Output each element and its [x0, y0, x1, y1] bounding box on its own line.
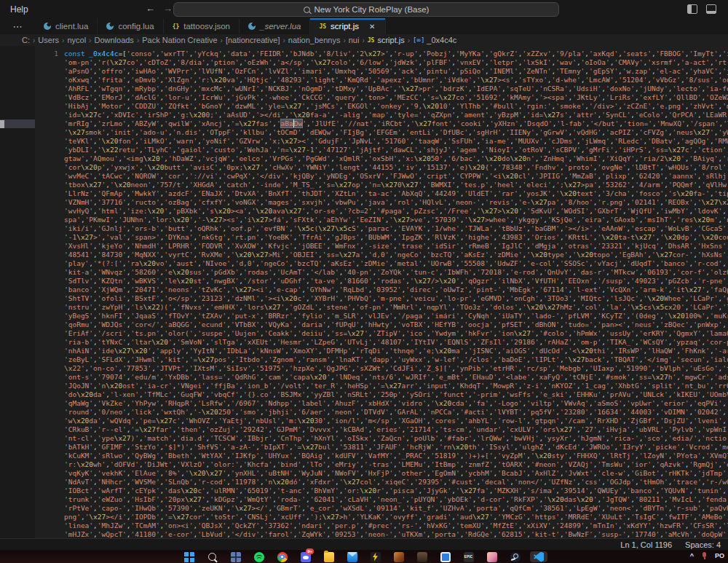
tab-tattoosv-json[interactable]: {} tattoosv.json	[164, 18, 240, 34]
code-line[interactable]: 'trunk','eWZuo','HsIbF','20px\x27','kDGp…	[64, 495, 728, 504]
code-line[interactable]: spa','PKmwI','JUNhn','lor:\x20','-\x27><…	[64, 216, 728, 224]
taskbar-mail[interactable]	[347, 551, 357, 562]
code-line[interactable]: 'vqKyK','vekhK','ElAue','8%','\x20\x27',…	[64, 469, 728, 478]
code-line[interactable]: 'id=\x27c','xDVIc','irShP','g:\x200;','a…	[64, 111, 728, 119]
code-line[interactable]: 'rPtVe','capo-','IHwQb','57390','zeUKN',…	[64, 504, 728, 513]
code-line[interactable]: 'IOBct','wArfT','cEYpk','das\x20c','ulRM…	[64, 487, 728, 495]
nav-back-icon[interactable]: ←	[146, 3, 155, 14]
code-line[interactable]: 'kit-a','WNvqz','58260','e\x20sus','pGdX…	[64, 268, 728, 277]
indentation-setting[interactable]: Spaces: 4	[684, 540, 722, 549]
breadcrumb-item[interactable]: Downloads	[94, 36, 133, 44]
code-line[interactable]: 'yBegS','hknFI','JqaaS','fTOvY','tZXAv',…	[64, 312, 728, 320]
keyboard-language[interactable]: PO	[715, 552, 725, 559]
breadcrumb-item[interactable]: [nationcreative]	[226, 36, 280, 44]
breadcrumb-item[interactable]: nui	[349, 36, 360, 44]
code-line[interactable]: 'wvHyQ','html','ize:\x20','pBXbk','s\x20…	[64, 207, 728, 216]
code-line[interactable]: 'LlrNz','QFmAp','MwkkY','azdcF','ENaJX',…	[64, 189, 728, 198]
close-icon[interactable]: ✕	[368, 23, 376, 31]
code-line[interactable]: 'ria-b','tYNxC','ltar\x20','SmVoN','slTg…	[64, 338, 728, 347]
code-line[interactable]: 'VdBcz','EMorJ','dAclG','lor-u','IcrWu',…	[64, 93, 728, 102]
tab-server-lua[interactable]: _server.lua	[240, 18, 310, 34]
code-line[interactable]: 'AhRFL','wTgqn','mRybp','dnGHy','mxcMc',…	[64, 84, 728, 93]
code-line[interactable]: 'kCuKM','sRlwo','QyBWg','Bbeth','WtYAX',…	[64, 452, 728, 460]
code-editor[interactable]: 1 const _0x4c4c=['conso','wxrTT','yYckq'…	[0, 46, 728, 538]
code-line[interactable]: 'EriAf','/scri','ts.pn','olor(','suspe',…	[64, 329, 728, 338]
code-line[interactable]: 'iki/i','GJnlj','ors-b','butt','oQRhk','…	[64, 224, 728, 233]
breadcrumb-item[interactable]: C:	[22, 36, 30, 44]
code-line[interactable]: 'r:\x20wh','dOFVd','DiJWt','VXlzO','olor…	[64, 460, 728, 469]
taskbar-game-1[interactable]	[393, 551, 404, 562]
microphone-icon[interactable]	[703, 552, 706, 557]
breadcrumb-item[interactable]: Pack Nation Creative	[142, 36, 217, 44]
taskbar-photos[interactable]	[440, 551, 451, 562]
tab-client-lua[interactable]: client.lua	[35, 18, 98, 34]
code-line[interactable]: 'teVKl','\x20fon','iLMkO','warn','yoNif'…	[64, 137, 728, 146]
code-line[interactable]: 'VZNmH','37716','ructo','ozBag','cfxfY',…	[64, 198, 728, 207]
code-line[interactable]: 'nhAiN','ide\x27\x20','apply','YyItN','I…	[64, 347, 728, 355]
code-line[interactable]: 'nt-cl','ype\x27)','match','dia.d','TCSC…	[64, 434, 728, 443]
code-line[interactable]: 'w\x20da','wQVdq','pe=\x27c','WhOVZ','Ya…	[64, 417, 728, 425]
code-line[interactable]: 'HibAj','Motor','CDDZU','ZQfkt','bGnoY',…	[64, 102, 728, 111]
toggle-panel-icon[interactable]	[706, 4, 716, 14]
code-line[interactable]: 'qMaWg','VkZke','YhPyw','RHqpR','LsRfw',…	[64, 399, 728, 408]
code-line[interactable]: 'JQoJN','n\x20ost','ia-cr','VNgei','ffjB…	[64, 382, 728, 390]
taskbar-app-grid[interactable]	[230, 551, 241, 562]
taskbar-vscode[interactable]	[530, 551, 547, 562]
code-line[interactable]: 'XvsHl','kjeYo','NhmdH','LPRHR','FODVR',…	[64, 242, 728, 251]
taskbar-game-2[interactable]	[416, 551, 427, 562]
nav-forward-icon[interactable]: →	[163, 3, 173, 14]
code-line[interactable]: 'mrRIg','zrLmo','ABZyW','qwilW','xAncj',…	[64, 119, 728, 128]
code-line[interactable]: 'ybDLI','\x22retu','TLyhC','gaiol','cust…	[64, 146, 728, 154]
editor-code[interactable]: const _0x4c4c=['conso','wxrTT','yYckq','…	[64, 50, 728, 538]
command-center[interactable]: New York City RolePlay (Base)	[173, 2, 559, 17]
code-line[interactable]: gtaw','AQmou','<img\x20','hDaWZ','vcjqW'…	[64, 154, 728, 163]
tab-config-lua[interactable]: config.lua	[98, 18, 163, 34]
code-line[interactable]: 'nstru','zwYpH','ls\x22)(','fNvxs','emHH…	[64, 303, 728, 312]
code-line[interactable]: 'play','*(?:[','ra\x20vo','aust','NIvoe'…	[64, 259, 728, 268]
code-line[interactable]: '48541','84730','MqNXX','vyrtC','RvXMe',…	[64, 251, 728, 259]
code-line[interactable]: 'ShtTV','ofoli','BSxtF','o</sp','23123',…	[64, 294, 728, 303]
taskbar-spotify[interactable]	[253, 551, 264, 562]
taskbar-fivem[interactable]	[370, 551, 381, 562]
menu-help[interactable]: Help	[6, 4, 33, 15]
tab-script-js[interactable]: JS script.js ✕	[310, 18, 386, 34]
tray-expand-icon[interactable]: ^	[690, 552, 694, 559]
taskbar-steam[interactable]	[510, 551, 521, 562]
code-line[interactable]: 'NdAvT','NHhcr','WVSMe','SLnQb','r-cod',…	[64, 478, 728, 487]
tab-overflow-icon[interactable]: ⋯	[0, 18, 35, 34]
breadcrumb-item[interactable]: Users	[38, 36, 59, 44]
start-button[interactable]	[183, 551, 194, 562]
code-line[interactable]: \x22','on-co','77853','JTVPt','IXtsM','S…	[64, 364, 728, 373]
taskbar-discord[interactable]: 9+	[300, 551, 311, 562]
cursor-position[interactable]: Ln 1, Col 1196	[619, 540, 673, 549]
taskbar-epic-games[interactable]: EPIC	[463, 551, 474, 562]
code-line[interactable]: 'zeByL','SFLdX','JHwml','kit','=\x27pos'…	[64, 355, 728, 364]
code-line[interactable]: 'bATkH','GFIMF','StzYo','$]*)','ShfVS','…	[64, 443, 728, 452]
code-line[interactable]: 'linea','MhJZw','TCmAM','on><i','QBJsX',…	[64, 521, 728, 530]
code-line[interactable]: 'oKxwq','frita','eDmvb','XlZgn','r:\x20v…	[64, 76, 728, 84]
code-line[interactable]: const _0x4c4c=['conso','wxrTT','yYckq','…	[64, 50, 728, 58]
code-line[interactable]: 'wvMeC','tACwc','NQROW','cor','://vi','c…	[64, 172, 728, 181]
code-line[interactable]: 'do\x20da','l-xen','TfMLc','GuqFW','vbqC…	[64, 390, 728, 399]
code-line[interactable]: 'mHJZx','wQpcT','41180','e-cor','LbVud',…	[64, 530, 728, 538]
toggle-sidebar-icon[interactable]	[687, 4, 697, 14]
taskbar-search[interactable]	[207, 551, 218, 562]
taskbar-file-explorer[interactable]	[323, 551, 334, 562]
code-line[interactable]: 'aPsnO','offro','iwHAo','WVPrr','lVUfN',…	[64, 67, 728, 76]
breadcrumb-item[interactable]: nation_bennys	[288, 36, 341, 44]
code-line[interactable]: png','\x27></i','IOPDb','=\x27cor','toSt…	[64, 513, 728, 521]
taskbar-game-3[interactable]	[486, 551, 497, 562]
code-line[interactable]: '\x27smok','init','ado-u','n.dis','OTppF…	[64, 128, 728, 137]
code-line[interactable]: 'om-pn','r(\x27co','cDToZ','8/dia','ptio…	[64, 58, 728, 67]
breadcrumb-symbol[interactable]: [∞] _0x4c4c	[413, 36, 456, 44]
breadcrumb-item[interactable]: nycol	[67, 36, 86, 44]
code-line[interactable]: 'tbox\x27','\x20neon','757/t','XHGdA','c…	[64, 181, 728, 189]
code-line[interactable]: 'ont-s','79074','edu/m','YxDBb','lass=',…	[64, 373, 728, 382]
breadcrumb-file[interactable]: JS script.js	[368, 36, 405, 44]
code-line[interactable]: 'CRkuB','r--el','=\x27far','then','ozZuj…	[64, 425, 728, 434]
code-line[interactable]: 'cor\x20p','yxwjx','\x20butt','avisC','0…	[64, 163, 728, 172]
code-line[interactable]: 'round','0/neo','lick','wxtQh','-\x20250…	[64, 408, 728, 417]
taskbar-chrome[interactable]	[277, 551, 288, 562]
code-line[interactable]: 'banco','XjWQm','20471','neons','tZvKc',…	[64, 286, 728, 294]
code-line[interactable]: '-1\x27>','val','span>','DYKna','nkGtg',…	[64, 233, 728, 242]
